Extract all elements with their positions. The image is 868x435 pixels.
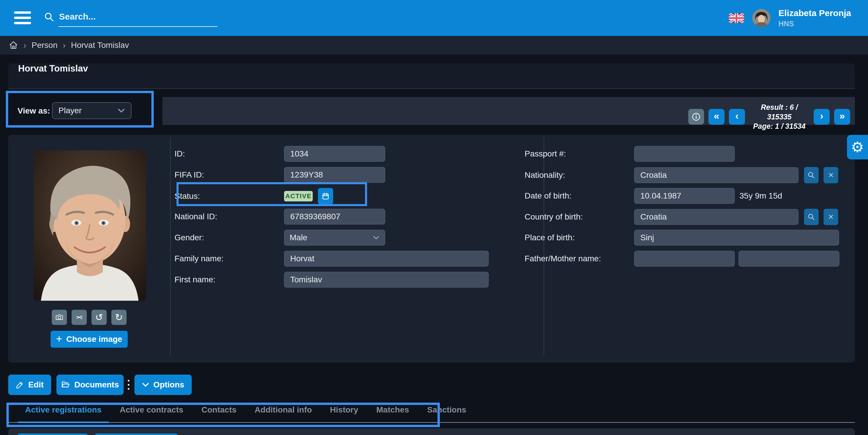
tab-content-card [8,428,855,435]
topbar: Elizabeta Peronja HNS [0,0,868,36]
first-page-button[interactable]: « [708,109,724,125]
pagination-status: Result : 6 / 315335 Page: 1 / 31534 [749,102,809,131]
field-row-fifa-id: FIFA ID: [175,167,385,183]
first-name-input[interactable] [284,272,489,288]
status-calendar-button[interactable] [318,188,333,204]
search-icon [44,12,54,22]
rotate-right-icon[interactable]: ↻ [111,310,127,325]
search-input[interactable] [58,9,217,27]
dob-input[interactable] [634,188,735,204]
field-row-national-id: National ID: [175,209,385,225]
father-name-input[interactable] [634,251,735,267]
tab-history[interactable]: History [321,405,367,422]
person-detail-card: ✂ ↺ ↻ + Choose image ID: FIFA ID: Status… [8,135,855,363]
user-info[interactable]: Elizabeta Peronja HNS [779,8,851,28]
id-input[interactable] [284,146,385,162]
country-of-birth-input[interactable] [634,209,799,225]
global-search [44,9,219,29]
page-count: Page: 1 / 31534 [749,122,809,131]
actions-separator-dots [127,375,131,395]
column-divider [170,137,171,356]
camera-button[interactable] [52,310,67,325]
tab-active-contracts[interactable]: Active contracts [111,405,192,422]
view-as-select[interactable]: Player [52,102,131,119]
info-button[interactable] [688,109,704,125]
field-row-country-of-birth: Country of birth: × [525,209,838,225]
nationality-clear-button[interactable]: × [824,167,838,183]
detail-tabs: Active registrations Active contracts Co… [8,405,855,423]
chevron-down-icon [373,235,380,240]
search-icon [807,171,815,179]
gender-select[interactable]: Male [284,230,385,245]
pencil-icon [16,381,24,389]
app-window: Elizabeta Peronja HNS › Person › Horvat … [0,0,868,435]
country-clear-button[interactable]: × [824,209,838,225]
field-row-parents: Father/Mother name: [525,251,839,267]
player-photo [34,150,146,301]
breadcrumb-item-person[interactable]: Person [32,41,58,50]
view-as-label: View as: [18,106,50,115]
field-row-first-name: First name: [175,272,489,288]
field-row-place-of-birth: Place of birth: [525,230,839,245]
breadcrumb-separator: › [63,40,66,50]
pagination: « ‹ Result : 6 / 315335 Page: 1 / 31534 … [688,102,850,131]
rotate-left-icon[interactable]: ↺ [91,310,107,325]
field-row-status: Status: ACTIVE [175,188,333,204]
nationality-input[interactable] [634,167,799,183]
user-name: Elizabeta Peronja [779,8,851,18]
last-page-button[interactable]: » [834,109,850,125]
field-row-dob: Date of birth: 35y 9m 15d [525,188,782,204]
settings-gear-button[interactable]: ⚙ [847,135,868,159]
hamburger-menu-icon[interactable] [14,11,31,27]
result-count: Result : 6 / 315335 [749,102,809,122]
family-name-input[interactable] [284,251,489,267]
title-card: Horvat Tomislav [8,63,855,89]
breadcrumb-item-current: Horvat Tomislav [71,41,129,50]
fifa-id-input[interactable] [284,167,385,183]
field-row-gender: Gender: Male [175,230,385,245]
country-search-button[interactable] [804,209,818,225]
tab-additional-info[interactable]: Additional info [246,405,321,422]
choose-image-button[interactable]: + Choose image [51,331,128,348]
close-icon: × [828,170,834,180]
user-org: HNS [779,20,851,28]
tab-matches[interactable]: Matches [367,405,418,422]
breadcrumb: › Person › Horvat Tomislav [0,36,868,55]
tab-sanctions[interactable]: Sanctions [418,405,475,422]
chevron-down-icon [118,108,125,113]
partial-button[interactable] [94,434,178,435]
place-of-birth-input[interactable] [634,230,839,245]
view-as-value: Player [58,106,118,115]
uk-flag-icon[interactable] [729,13,744,23]
options-button[interactable]: Options [134,375,192,395]
gear-icon: ⚙ [851,139,864,156]
search-icon [807,213,815,221]
breadcrumb-separator: › [23,40,26,50]
chevron-down-icon [142,382,149,388]
field-row-family-name: Family name: [175,251,489,267]
mother-name-input[interactable] [739,251,839,267]
home-icon[interactable] [9,41,18,50]
close-icon: × [828,211,834,222]
field-row-id: ID: [175,146,385,162]
tab-active-registrations[interactable]: Active registrations [16,405,111,422]
national-id-input[interactable] [284,209,385,225]
edit-button[interactable]: Edit [8,375,51,395]
prev-page-button[interactable]: ‹ [729,109,745,125]
crop-scissors-button[interactable]: ✂ [71,310,87,325]
page-title: Horvat Tomislav [18,63,88,74]
user-avatar[interactable] [752,9,770,27]
folder-icon [61,380,70,389]
status-badge: ACTIVE [284,191,313,201]
partial-button[interactable] [17,434,88,435]
documents-button[interactable]: Documents [56,375,124,395]
plus-icon: + [56,333,62,345]
passport-input[interactable] [634,146,735,162]
topbar-right: Elizabeta Peronja HNS [729,0,851,36]
nationality-search-button[interactable] [804,167,818,183]
next-page-button[interactable]: › [814,109,830,125]
tab-contacts[interactable]: Contacts [192,405,246,422]
age-text: 35y 9m 15d [739,188,782,204]
field-row-nationality: Nationality: × [525,167,838,183]
result-toolbar: « ‹ Result : 6 / 315335 Page: 1 / 31534 … [162,97,855,125]
